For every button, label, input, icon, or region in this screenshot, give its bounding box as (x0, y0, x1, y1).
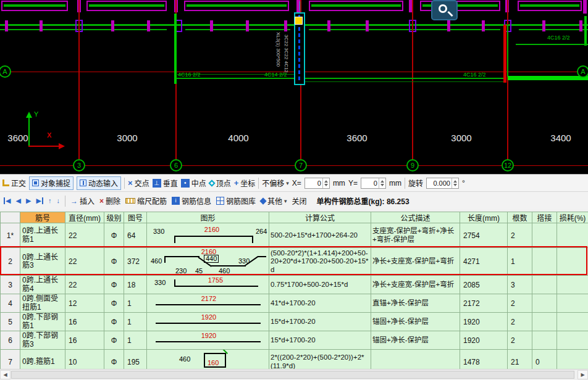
lap-cell[interactable] (532, 223, 557, 248)
count-cell[interactable]: 1 (508, 248, 532, 276)
row-index[interactable]: 6 (1, 331, 20, 350)
spinner-arrows-icon[interactable] (452, 178, 458, 188)
formula-cell[interactable]: (500-20*2)*(1+1.414)+200+50-20+20*d+1700… (269, 248, 371, 276)
length-cell[interactable]: 2172 (460, 294, 508, 313)
length-cell[interactable]: 1920 (460, 313, 508, 331)
ortho-toggle[interactable]: 正交 (2, 178, 26, 188)
vertex-snap-button[interactable]: 顶点 (209, 178, 231, 188)
lap-cell[interactable] (532, 276, 557, 294)
desc-cell[interactable]: 净长+支座宽-保护层+弯折 (371, 276, 460, 294)
loss-cell[interactable] (557, 223, 588, 248)
table-row[interactable]: 6 0跨.下部钢筋3 16 Φ 1 1920 15*d+1700-20 锚固+净… (1, 331, 588, 350)
other-menu-button[interactable]: 其他 ▾ (261, 196, 287, 206)
cad-viewport[interactable]: XL3(1) 300*500 3C22 3C22 4C12 4C16 2/2 4… (0, 0, 588, 174)
grade-cell[interactable]: Φ (104, 294, 124, 313)
desc-cell[interactable]: 支座宽-保护层+弯折+净长+弯折-保护层 (371, 223, 460, 248)
col-header-formula[interactable]: 计算公式 (269, 212, 371, 223)
delete-row-button[interactable]: × 删除 (99, 196, 120, 206)
shape-cell[interactable]: 1920 (147, 313, 269, 331)
col-header-desc[interactable]: 公式描述 (371, 212, 460, 223)
count-cell[interactable]: 21 (508, 350, 532, 370)
lap-cell[interactable] (532, 248, 557, 276)
diameter-cell[interactable]: 16 (65, 313, 104, 331)
scroll-right-button[interactable]: ▶ (578, 370, 588, 379)
count-cell[interactable]: 2 (508, 331, 532, 350)
formula-cell[interactable]: 15*d+1700-20 (269, 313, 371, 331)
scroll-left-button[interactable]: ◀ (0, 370, 10, 379)
table-row[interactable]: 4 0跨.侧面受扭筋1 12 Φ 1 2172 41*d+1700-20 直锚+… (1, 294, 588, 313)
col-header-loss[interactable]: 损耗(%) (557, 212, 588, 223)
figure-cell[interactable]: 1 (124, 313, 147, 331)
col-header-shape[interactable]: 图形 (147, 212, 269, 223)
loss-cell[interactable] (557, 276, 588, 294)
count-cell[interactable]: 2 (508, 294, 532, 313)
count-cell[interactable]: 3 (508, 276, 532, 294)
shape-cell[interactable]: 330 1755 (147, 276, 269, 294)
bar-name-cell[interactable]: 0跨.上通长筋1 (20, 223, 65, 248)
next-record-button[interactable]: ▶ (26, 197, 31, 204)
y-coord-stepper[interactable]: 0 (361, 178, 386, 189)
formula-cell[interactable]: 500-20+15*d+1700+264-20 (269, 223, 371, 248)
figure-cell[interactable]: 18 (124, 276, 147, 294)
desc-cell[interactable]: 锚固+净长-保护层 (371, 313, 460, 331)
dynamic-input-toggle[interactable]: 动态输入 (77, 176, 121, 190)
previous-record-button[interactable]: ◀ (15, 197, 20, 204)
diameter-cell[interactable]: 10 (65, 350, 104, 370)
formula-cell[interactable]: 15*d+1700-20 (269, 331, 371, 350)
lap-cell[interactable]: 0 (532, 350, 557, 370)
desc-cell[interactable] (371, 350, 460, 370)
shape-cell[interactable]: 2172 (147, 294, 269, 313)
grade-cell[interactable]: Φ (104, 350, 124, 370)
length-cell[interactable]: 1478 (460, 350, 508, 370)
loss-cell[interactable] (557, 248, 588, 276)
y-coord-value[interactable]: 0 (361, 178, 379, 188)
figure-cell[interactable]: 195 (124, 350, 147, 370)
first-record-button[interactable]: ◀ (4, 197, 10, 204)
col-header-count[interactable]: 根数 (508, 212, 532, 223)
diameter-cell[interactable]: 12 (65, 294, 104, 313)
row-index[interactable]: 3 (1, 276, 20, 294)
intersection-snap-button[interactable]: × 交点 (128, 178, 149, 188)
x-coord-value[interactable]: 0 (305, 178, 322, 188)
grip-handle[interactable] (295, 17, 303, 25)
col-header-figure[interactable]: 图号 (124, 212, 147, 223)
table-row[interactable]: 7 0跨.箍筋1 10 Φ 195 460 160 2*((200-2*20)+… (1, 350, 588, 370)
diameter-cell[interactable]: 22 (65, 248, 104, 276)
length-cell[interactable]: 2085 (460, 276, 508, 294)
bar-name-cell[interactable]: 0跨.箍筋1 (20, 350, 65, 370)
table-row[interactable]: 1* 0跨.上通长筋1 22 Φ 64 330 2160 264 500-20+… (1, 223, 588, 248)
length-cell[interactable]: 1920 (460, 331, 508, 350)
figure-cell[interactable]: 372 (124, 248, 147, 276)
perpendicular-snap-button[interactable]: ⊥ 垂直 (153, 178, 178, 188)
bar-name-cell[interactable]: 0跨.侧面受扭筋1 (20, 294, 65, 313)
table-row-selected[interactable]: 2 0跨.上通长筋3 22 Φ 372 2160 460 440 330 230… (1, 248, 588, 276)
row-index[interactable]: 7 (1, 350, 20, 370)
figure-cell[interactable]: 1 (124, 294, 147, 313)
rotate-value[interactable]: 0.000 (427, 178, 452, 188)
shape-cell[interactable]: 2160 460 440 330 230 45 460 (147, 248, 269, 276)
rebar-library-button[interactable]: 钢筋图库 (216, 196, 256, 206)
desc-cell[interactable]: 净长+支座宽-保护层+弯折 (371, 248, 460, 276)
loss-cell[interactable] (557, 313, 588, 331)
horizontal-scrollbar[interactable]: ◀ ▶ (0, 369, 588, 380)
figure-cell[interactable]: 64 (124, 223, 147, 248)
last-record-button[interactable]: ▶ (36, 197, 43, 204)
object-snap-toggle[interactable]: 对象捕捉 (29, 176, 74, 190)
bar-name-cell[interactable]: 0跨.下部钢筋3 (20, 331, 65, 350)
row-index[interactable]: 4 (1, 294, 20, 313)
shape-cell[interactable]: 460 160 (147, 350, 269, 370)
bar-name-cell[interactable]: 0跨.下部钢筋1 (20, 313, 65, 331)
scale-rebar-button[interactable]: 缩尺配筋 (125, 196, 167, 206)
loss-cell[interactable] (557, 331, 588, 350)
grade-cell[interactable]: Φ (104, 248, 124, 276)
figure-cell[interactable]: 1 (124, 331, 147, 350)
row-index[interactable]: 2 (1, 248, 20, 276)
grade-cell[interactable]: Φ (104, 313, 124, 331)
count-cell[interactable]: 2 (508, 223, 532, 248)
loss-cell[interactable] (557, 350, 588, 370)
col-header-diameter[interactable]: 直径(mm) (65, 212, 104, 223)
move-row-up-button[interactable]: ↑ (48, 197, 52, 204)
formula-cell[interactable]: 2*((200-2*20)+(500-2*20))+2*(11.9*d) (269, 350, 371, 370)
row-index[interactable]: 5 (1, 313, 20, 331)
coordinate-button[interactable]: + 坐标 (234, 178, 256, 188)
